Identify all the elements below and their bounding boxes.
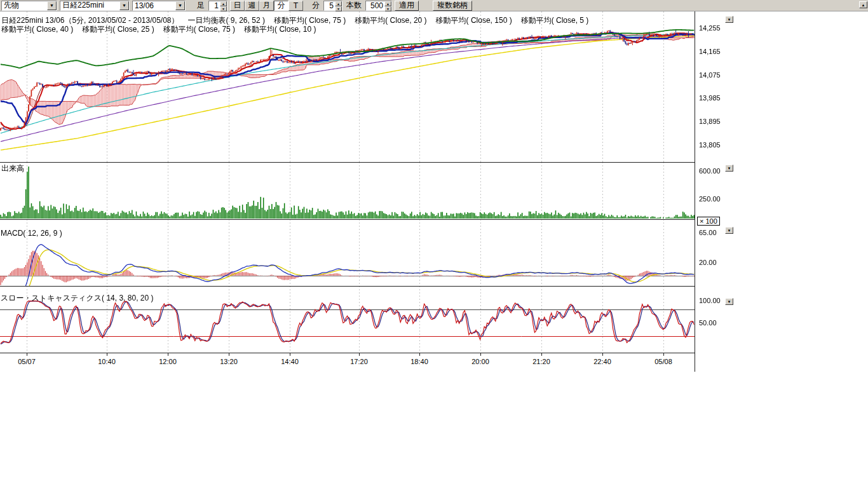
minute-value: 5	[324, 1, 335, 10]
period-week-button[interactable]: 週	[245, 1, 259, 11]
macd-pane-label: MACD( 12, 26, 9 )	[1, 229, 62, 238]
price-pane-scale-button[interactable]: ▼	[725, 16, 733, 23]
bar-count-spinner[interactable]: 500 ▲ ▼	[365, 1, 392, 11]
x-axis-label: 18:40	[410, 358, 428, 365]
pane-separator	[0, 286, 695, 287]
chart-right-border	[695, 11, 695, 372]
stoch-pane-label: スロー・ストキャスティクス( 14, 3, 80, 20 )	[1, 293, 153, 304]
x-axis-label: 13:20	[220, 358, 238, 365]
macd-axis-label: 20.00	[699, 259, 717, 266]
price-chart-canvas[interactable]	[0, 11, 695, 162]
stoch-axis-label: 50.00	[699, 319, 717, 327]
chevron-down-icon[interactable]: ▼	[175, 1, 185, 10]
bar-interval-value: 1	[209, 1, 220, 10]
period-tick-button[interactable]: T	[288, 1, 303, 11]
x-axis-label: 12:00	[159, 358, 177, 365]
spinner-arrows: ▲ ▼	[335, 1, 342, 10]
period-minute-button[interactable]: 分	[274, 1, 288, 11]
volume-axis-label: 600.00	[699, 167, 721, 175]
x-axis-label: 14:40	[281, 358, 299, 365]
volume-pane-scale-button[interactable]: ▼	[725, 165, 733, 172]
spin-down-icon[interactable]: ▼	[220, 6, 227, 11]
x-axis-tick	[290, 353, 290, 356]
x-axis-tick	[168, 353, 168, 356]
macd-chart-canvas[interactable]	[0, 219, 695, 286]
volume-chart-canvas[interactable]	[0, 162, 695, 219]
period-day-button[interactable]: 日	[230, 1, 245, 11]
x-axis-tick	[602, 353, 603, 356]
x-axis-tick	[229, 353, 229, 356]
x-axis-tick	[480, 353, 481, 356]
bar-interval-spinner[interactable]: 1 ▲ ▼	[208, 1, 227, 11]
instrument-category-value: 先物	[2, 0, 47, 11]
x-axis-label: 05/07	[18, 358, 36, 365]
volume-axis-label: 250.00	[699, 195, 721, 203]
x-axis-tick	[27, 353, 27, 356]
symbol-select[interactable]: 日経225mini ▼	[60, 1, 130, 11]
chevron-down-icon[interactable]: ▼	[47, 1, 57, 10]
x-axis-tick	[359, 353, 360, 356]
trading-app-window: 先物 ▼ 日経225mini ▼ 13/06 ▼ 足 1 ▲ ▼ 日 週 月 分…	[0, 0, 868, 488]
toolbar: 先物 ▼ 日経225mini ▼ 13/06 ▼ 足 1 ▲ ▼ 日 週 月 分…	[0, 0, 868, 11]
pane-separator	[0, 219, 695, 220]
price-axis-label: 14,255	[699, 24, 721, 32]
contract-month-select[interactable]: 13/06 ▼	[132, 1, 186, 11]
x-axis-tick	[107, 353, 107, 356]
spin-up-icon[interactable]: ▲	[384, 1, 391, 6]
x-axis-line	[0, 353, 695, 353]
price-axis-label: 13,895	[699, 118, 721, 125]
macd-axis-label: 65.00	[699, 229, 717, 236]
minute-label: 分	[311, 0, 321, 11]
minute-value-spinner[interactable]: 5 ▲ ▼	[323, 1, 342, 11]
chevron-down-icon[interactable]: ▼	[119, 1, 129, 10]
period-toggle-group: 日 週 月 分 T	[230, 1, 303, 11]
volume-multiplier-label: × 100	[697, 217, 720, 226]
spin-down-icon[interactable]: ▼	[335, 6, 342, 11]
stoch-axis-label: 100.00	[699, 297, 721, 304]
price-axis-label: 13,985	[699, 94, 721, 102]
x-axis-tick	[663, 353, 664, 356]
spinner-arrows: ▲ ▼	[220, 1, 227, 10]
contract-month-value: 13/06	[133, 1, 175, 10]
spin-up-icon[interactable]: ▲	[335, 1, 342, 6]
x-axis-label: 21:20	[532, 358, 550, 365]
spin-down-icon[interactable]: ▼	[384, 6, 391, 11]
pane-separator	[0, 162, 695, 163]
spinner-arrows: ▲ ▼	[384, 1, 391, 10]
x-axis-tick	[541, 353, 542, 356]
period-month-button[interactable]: 月	[259, 1, 274, 11]
bar-count-label: 本数	[345, 0, 363, 11]
scroll-up-button[interactable]: ▲	[859, 1, 867, 8]
multi-symbol-button[interactable]: 複数銘柄	[433, 1, 472, 11]
apply-button[interactable]: 適用	[395, 1, 419, 11]
price-axis-label: 14,075	[699, 71, 721, 79]
x-axis-label: 05/08	[654, 358, 672, 365]
x-axis-tick	[419, 353, 420, 356]
x-axis-label: 10:40	[98, 358, 116, 365]
bar-type-label: 足	[196, 0, 206, 11]
spin-up-icon[interactable]: ▲	[220, 1, 227, 6]
price-axis-label: 13,805	[699, 141, 721, 149]
symbol-value: 日経225mini	[60, 0, 119, 11]
volume-pane-label: 出来高	[1, 163, 24, 174]
x-axis-label: 17:20	[350, 358, 368, 365]
stoch-pane-scale-button[interactable]: ▼	[725, 298, 733, 305]
macd-pane-scale-button[interactable]: ▼	[725, 227, 733, 234]
bar-count-value: 500	[366, 1, 384, 10]
instrument-category-select[interactable]: 先物 ▼	[1, 1, 57, 11]
x-axis-label: 20:00	[471, 358, 489, 365]
price-axis-label: 14,165	[699, 48, 721, 55]
x-axis-label: 22:40	[593, 358, 611, 365]
